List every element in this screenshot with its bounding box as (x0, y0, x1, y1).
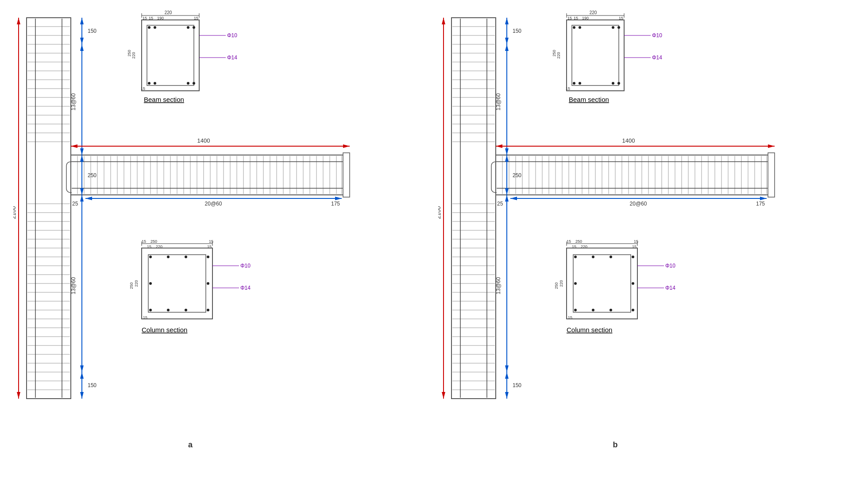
svg-text:Φ10: Φ10 (665, 263, 675, 269)
svg-marker-275 (505, 195, 509, 202)
svg-text:150: 150 (88, 28, 96, 34)
svg-marker-284 (768, 144, 775, 148)
diagram-a: 2100 150 13@60 250 13@60 150 1400 (13, 9, 398, 478)
svg-text:13@60: 13@60 (495, 277, 502, 294)
svg-marker-283 (496, 144, 502, 148)
svg-point-337 (632, 282, 634, 285)
svg-marker-280 (505, 392, 509, 399)
svg-point-162 (149, 282, 152, 285)
svg-rect-145 (148, 255, 206, 312)
svg-text:175: 175 (756, 201, 765, 207)
svg-text:25: 25 (497, 201, 503, 207)
svg-marker-102 (80, 365, 84, 372)
svg-text:Φ14: Φ14 (227, 54, 237, 61)
svg-marker-276 (505, 365, 509, 372)
svg-text:250: 250 (513, 172, 521, 178)
svg-text:15: 15 (619, 16, 623, 20)
svg-text:250: 250 (575, 239, 582, 244)
svg-marker-268 (505, 148, 509, 155)
svg-point-132 (154, 26, 156, 29)
svg-marker-114 (335, 197, 342, 200)
svg-marker-105 (80, 372, 84, 379)
svg-text:15: 15 (567, 239, 571, 244)
svg-text:15: 15 (207, 244, 212, 249)
svg-text:Φ14: Φ14 (665, 285, 675, 291)
svg-rect-40 (343, 153, 350, 197)
svg-point-164 (167, 256, 170, 258)
svg-point-161 (207, 309, 209, 311)
svg-text:Φ14: Φ14 (652, 54, 662, 61)
diagram-b: 2100 150 13@60 250 13@60 150 1400 (438, 9, 823, 478)
svg-marker-106 (80, 392, 84, 399)
svg-text:20@60: 20@60 (630, 201, 647, 207)
svg-point-309 (573, 82, 575, 85)
svg-point-167 (185, 309, 187, 311)
svg-text:150: 150 (513, 28, 521, 34)
svg-text:15: 15 (194, 16, 198, 20)
svg-text:25: 25 (72, 201, 78, 207)
svg-point-165 (185, 256, 187, 258)
svg-point-166 (167, 309, 170, 311)
svg-text:15: 15 (141, 86, 145, 91)
svg-point-341 (610, 309, 612, 311)
svg-text:a: a (188, 440, 193, 449)
svg-marker-259 (442, 18, 445, 24)
svg-text:Φ14: Φ14 (240, 285, 251, 291)
svg-point-136 (154, 82, 156, 85)
svg-text:190: 190 (582, 16, 589, 20)
svg-text:15: 15 (149, 16, 153, 20)
svg-marker-109 (71, 144, 77, 148)
svg-marker-287 (510, 197, 517, 200)
svg-point-332 (574, 256, 577, 258)
svg-text:250: 250 (129, 282, 134, 289)
svg-point-159 (207, 256, 209, 258)
svg-marker-89 (80, 18, 84, 24)
svg-text:15: 15 (568, 315, 572, 320)
svg-rect-214 (768, 153, 775, 197)
svg-text:15: 15 (143, 315, 147, 320)
svg-text:250: 250 (88, 172, 96, 178)
svg-rect-119 (147, 25, 194, 85)
svg-text:15: 15 (572, 244, 576, 249)
svg-rect-319 (573, 255, 631, 312)
svg-point-137 (187, 82, 189, 85)
svg-marker-267 (505, 44, 509, 51)
svg-marker-86 (17, 392, 20, 399)
svg-marker-264 (505, 38, 509, 44)
svg-marker-93 (80, 44, 84, 51)
svg-rect-39 (71, 155, 345, 195)
svg-text:Column section: Column section (567, 326, 612, 334)
svg-marker-279 (505, 372, 509, 379)
svg-point-339 (610, 256, 612, 258)
svg-marker-263 (505, 18, 509, 24)
svg-text:220: 220 (131, 52, 136, 58)
svg-text:220: 220 (156, 244, 162, 249)
svg-text:2100: 2100 (438, 206, 442, 219)
svg-text:250: 250 (552, 50, 556, 56)
svg-point-135 (148, 82, 150, 85)
svg-text:13@60: 13@60 (70, 277, 77, 294)
svg-text:Beam section: Beam section (569, 96, 609, 103)
svg-point-138 (193, 82, 195, 85)
svg-point-333 (632, 256, 634, 258)
svg-text:250: 250 (127, 50, 131, 56)
svg-text:13@60: 13@60 (495, 93, 502, 110)
svg-rect-174 (451, 18, 496, 399)
svg-marker-85 (17, 18, 20, 24)
svg-rect-213 (496, 155, 770, 195)
svg-rect-0 (27, 18, 71, 399)
svg-text:150: 150 (513, 382, 521, 388)
svg-point-160 (149, 309, 152, 311)
svg-text:220: 220 (556, 52, 561, 58)
svg-marker-288 (760, 197, 767, 200)
svg-point-158 (149, 256, 152, 258)
svg-point-305 (573, 26, 575, 29)
svg-text:2100: 2100 (13, 206, 17, 219)
svg-marker-113 (85, 197, 92, 200)
svg-point-308 (617, 26, 620, 29)
svg-text:15: 15 (566, 86, 570, 91)
svg-text:150: 150 (88, 382, 96, 388)
svg-point-334 (574, 309, 577, 311)
svg-point-310 (579, 82, 581, 85)
svg-text:Beam section: Beam section (144, 96, 184, 103)
